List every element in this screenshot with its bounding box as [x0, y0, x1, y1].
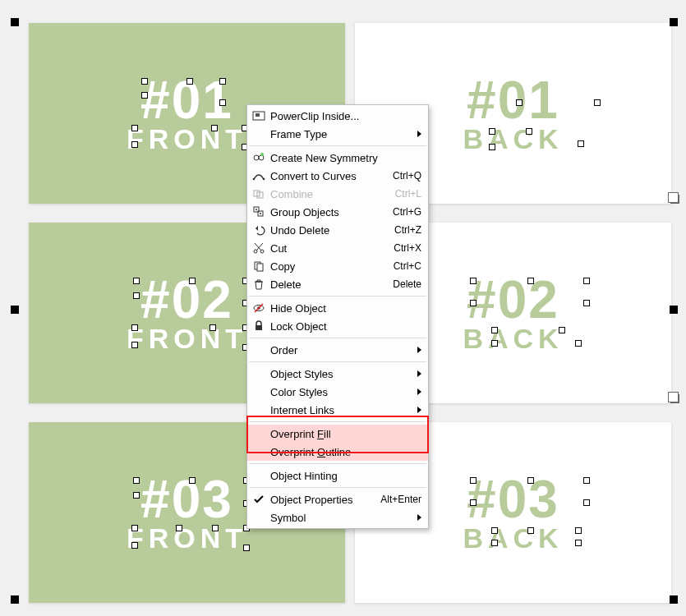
selection-handle[interactable] [11, 306, 19, 314]
node-handle[interactable] [527, 278, 534, 284]
node-handle[interactable] [211, 125, 218, 131]
menu-item-frame-type[interactable]: Frame Type [247, 125, 428, 143]
node-handle[interactable] [491, 527, 498, 534]
menu-item-internet-links[interactable]: Internet Links [247, 401, 428, 419]
menu-item-delete[interactable]: DeleteDelete [247, 275, 428, 293]
node-handle[interactable] [489, 144, 495, 150]
menu-item-cut[interactable]: CutCtrl+X [247, 239, 428, 257]
node-handle[interactable] [243, 545, 250, 551]
node-handle[interactable] [583, 300, 590, 306]
menu-item-powerclip-inside[interactable]: PowerClip Inside... [247, 107, 428, 125]
card-side-label: FRONT [127, 125, 247, 153]
menu-item-object-properties[interactable]: Object PropertiesAlt+Enter [247, 490, 428, 508]
menu-item-hide-object[interactable]: Hide Object [247, 299, 428, 317]
menu-item-label: Order [267, 344, 421, 356]
menu-item-copy[interactable]: CopyCtrl+C [247, 257, 428, 275]
card-number: #03 [467, 473, 559, 526]
node-handle[interactable] [559, 327, 565, 333]
node-handle[interactable] [141, 92, 148, 99]
menu-item-group-objects[interactable]: Group ObjectsCtrl+G [247, 203, 428, 221]
menu-item-symbol[interactable]: Symbol [247, 508, 428, 526]
node-handle[interactable] [575, 340, 582, 347]
menu-item-label: Delete [267, 278, 393, 291]
node-handle[interactable] [470, 477, 477, 484]
node-handle[interactable] [131, 141, 138, 148]
node-handle[interactable] [209, 324, 216, 331]
node-handle[interactable] [131, 542, 138, 549]
menu-item-shortcut: Ctrl+Z [394, 224, 421, 236]
svg-point-6 [263, 178, 265, 181]
node-handle[interactable] [131, 342, 138, 348]
selection-handle[interactable] [11, 18, 19, 26]
card-number: #02 [140, 274, 233, 326]
node-handle[interactable] [578, 140, 584, 147]
menu-item-shortcut: Ctrl+C [394, 260, 421, 272]
menu-item-convert-to-curves[interactable]: Convert to CurvesCtrl+Q [247, 167, 428, 185]
page-handle[interactable] [670, 394, 679, 403]
node-handle[interactable] [189, 477, 196, 484]
menu-separator [249, 338, 426, 338]
node-handle[interactable] [516, 99, 523, 106]
node-handle[interactable] [189, 278, 196, 284]
delete-icon [251, 278, 267, 291]
menu-item-color-styles[interactable]: Color Styles [247, 383, 428, 401]
node-handle[interactable] [131, 525, 138, 531]
menu-item-label: Create New Symmetry [267, 152, 421, 164]
card-side-label: FRONT [127, 324, 247, 352]
node-handle[interactable] [526, 128, 532, 135]
menu-item-shortcut: Ctrl+L [395, 188, 421, 200]
node-handle[interactable] [575, 540, 582, 546]
svg-point-2 [254, 155, 259, 160]
svg-point-3 [259, 155, 264, 160]
node-handle[interactable] [594, 99, 601, 106]
node-handle[interactable] [470, 499, 477, 506]
node-handle[interactable] [212, 525, 219, 531]
menu-item-object-styles[interactable]: Object Styles [247, 365, 428, 383]
copy-icon [251, 260, 267, 273]
node-handle[interactable] [133, 477, 140, 484]
node-handle[interactable] [131, 125, 138, 131]
card-side-label: FRONT [127, 524, 247, 552]
node-handle[interactable] [131, 324, 138, 331]
selection-handle[interactable] [670, 306, 678, 314]
node-handle[interactable] [133, 492, 140, 499]
node-handle[interactable] [491, 340, 498, 347]
node-handle[interactable] [583, 499, 590, 506]
selection-handle[interactable] [670, 18, 678, 26]
hide-icon [251, 301, 267, 315]
selection-handle[interactable] [670, 595, 678, 604]
node-handle[interactable] [527, 527, 534, 534]
node-handle[interactable] [491, 327, 498, 333]
node-handle[interactable] [219, 78, 226, 85]
node-handle[interactable] [219, 99, 226, 106]
lock-icon [251, 319, 267, 333]
node-handle[interactable] [186, 78, 193, 85]
menu-separator [249, 361, 426, 362]
menu-item-create-new-symmetry[interactable]: Create New Symmetry [247, 149, 428, 167]
node-handle[interactable] [133, 292, 140, 299]
page-handle[interactable] [670, 195, 679, 204]
node-handle[interactable] [489, 128, 495, 135]
menu-item-lock-object[interactable]: Lock Object [247, 317, 428, 335]
card-number: #01 [467, 74, 559, 126]
node-handle[interactable] [141, 78, 148, 85]
menu-item-order[interactable]: Order [247, 341, 428, 359]
node-handle[interactable] [583, 477, 590, 484]
selection-handle[interactable] [11, 595, 19, 604]
node-handle[interactable] [583, 278, 590, 284]
node-handle[interactable] [491, 540, 498, 546]
node-handle[interactable] [133, 278, 140, 284]
node-handle[interactable] [470, 300, 477, 306]
node-handle[interactable] [575, 527, 582, 534]
node-handle[interactable] [176, 525, 182, 531]
menu-item-overprint-fill[interactable]: Overprint Fill [247, 425, 428, 443]
menu-item-undo-delete[interactable]: Undo DeleteCtrl+Z [247, 221, 428, 239]
menu-item-object-hinting[interactable]: Object Hinting [247, 467, 428, 485]
node-handle[interactable] [470, 278, 477, 284]
menu-item-label: Combine [267, 188, 395, 200]
svg-point-5 [253, 178, 256, 181]
menu-item-label: Color Styles [267, 386, 421, 398]
node-handle[interactable] [527, 477, 534, 484]
menu-item-overprint-outline[interactable]: Overprint Outline [247, 443, 428, 461]
check-icon [251, 493, 267, 506]
